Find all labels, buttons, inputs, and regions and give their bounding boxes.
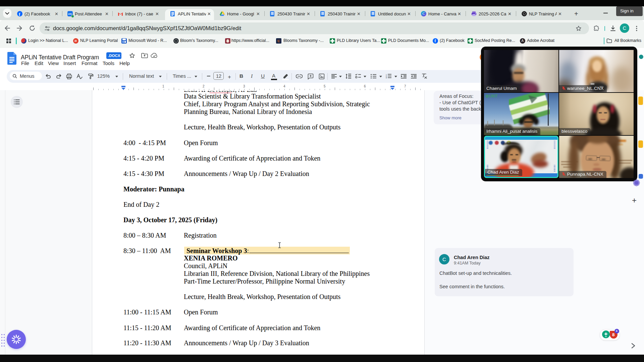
svg-text:3: 3 (386, 77, 387, 78)
